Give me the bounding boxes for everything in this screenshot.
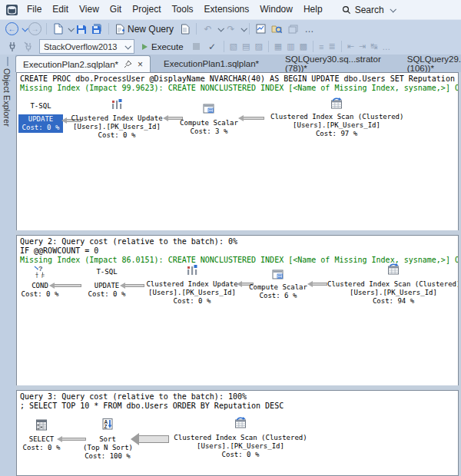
search-icon — [342, 5, 351, 15]
results-to-text-icon[interactable]: ≡ — [317, 42, 326, 51]
tab-executionplan1[interactable]: ExecutionPlan1.sqlplan* — [151, 55, 272, 72]
sql-editor-toolbar: StackOverflow2013 Execute ✓ ▧ ▤ ▨ ▦ ▥ ▩ … — [0, 38, 461, 55]
menu-window[interactable]: Window — [254, 0, 298, 19]
toolbar-separator — [196, 23, 197, 35]
find-in-files-button[interactable] — [269, 21, 285, 37]
toolbar-separator — [313, 41, 313, 52]
plan-node-select[interactable]: SELECT Cost: 0 % — [18, 391, 65, 475]
plan-node-compute-scalar[interactable]: Compute Scalar Cost: 6 % — [247, 236, 309, 386]
new-notebook-button[interactable] — [177, 21, 193, 37]
menu-git[interactable]: Git — [104, 0, 127, 19]
menu-help[interactable]: Help — [298, 0, 328, 19]
plan-node-clustered-index-scan[interactable]: Clustered Index Scan (Clustered) [Users]… — [327, 236, 459, 386]
plan-node-clustered-index-update[interactable]: Clustered Index Update [Users].[PK_Users… — [146, 236, 238, 386]
client-statistics-icon[interactable]: ▩ — [297, 41, 310, 51]
navigate-forward-button[interactable]: → — [27, 21, 43, 37]
navigate-back-button[interactable]: ← — [4, 21, 20, 37]
chevron-down-icon — [124, 43, 131, 49]
new-query-label: New Query — [128, 24, 174, 35]
activity-monitor-button[interactable] — [253, 21, 269, 37]
query-toolbar-overflow-button[interactable]: … — [380, 42, 393, 51]
save-all-button[interactable] — [89, 21, 105, 37]
new-query-button[interactable]: New Query — [112, 21, 177, 37]
clustered-index-scan-icon — [386, 262, 401, 276]
redo-button[interactable]: ↷ — [223, 21, 239, 37]
plan-arrow-thick — [138, 435, 169, 443]
toolbar-separator — [46, 23, 47, 35]
connect-button[interactable] — [4, 39, 20, 55]
toolbar-separator — [341, 41, 342, 52]
plan-node-cond[interactable]: ? T F COND Cost: 0 % — [18, 236, 61, 386]
chevron-down-icon[interactable] — [240, 25, 247, 31]
intellisense-icon[interactable]: ▨ — [252, 41, 264, 51]
plan-node-update[interactable]: T-SQL UPDATE Cost: 0 % — [18, 73, 63, 231]
menu-file[interactable]: File — [22, 0, 47, 19]
include-actual-plan-icon[interactable]: ▦ — [272, 41, 284, 51]
plan-arrow — [54, 284, 81, 287]
svg-text:Z: Z — [104, 424, 108, 429]
window-layout-button[interactable] — [285, 21, 301, 37]
stop-button[interactable] — [188, 39, 204, 55]
toolbar-separator — [224, 41, 224, 52]
clustered-index-update-icon — [110, 98, 124, 111]
query-options-icon[interactable]: ▤ — [240, 41, 252, 51]
database-selector[interactable]: StackOverflow2013 — [39, 39, 134, 54]
plan-node-clustered-index-scan[interactable]: Clustered Index Scan (Clustered) [Users]… — [270, 73, 403, 231]
plan-node-clustered-index-update[interactable]: Clustered Index Update [Users].[PK_Users… — [71, 73, 163, 231]
notebook-icon — [181, 24, 190, 35]
menu-extensions[interactable]: Extensions — [199, 0, 255, 19]
disconnect-button[interactable] — [20, 39, 36, 55]
svg-text:?: ? — [38, 265, 43, 273]
svg-text:F: F — [41, 273, 45, 279]
document-tab-bar: ExecutionPlan2.sqlplan* × ExecutionPlan1… — [15, 55, 461, 72]
comment-icon[interactable]: ⇤ — [345, 41, 357, 51]
folder-search-icon — [271, 24, 283, 34]
clustered-index-scan-icon — [330, 96, 344, 111]
menu-project[interactable]: Project — [127, 0, 166, 19]
undo-button[interactable]: ↶ — [200, 21, 216, 37]
search-button[interactable]: Search — [342, 5, 395, 15]
toolbar-separator — [268, 41, 269, 52]
pin-icon[interactable] — [124, 60, 132, 68]
display-estimated-plan-icon[interactable]: ▧ — [227, 41, 240, 51]
database-selector-value: StackOverflow2013 — [44, 42, 117, 51]
execute-label: Execute — [151, 42, 184, 51]
query2-plan-pane: Query 2: Query cost (relative to the bat… — [16, 235, 459, 387]
standard-toolbar: ← → — [0, 19, 461, 38]
node-type-label: T-SQL — [18, 102, 63, 111]
clustered-index-scan-icon — [234, 415, 248, 430]
query1-plan-pane: CREATE PROC dbo.ProcessUser @DisplayName… — [16, 72, 459, 232]
tab-executionplan2[interactable]: ExecutionPlan2.sqlplan* × — [15, 55, 151, 72]
plan-node-compute-scalar[interactable]: Compute Scalar Cost: 3 % — [178, 73, 240, 231]
menu-bar: File Edit View Git Project Tools Extensi… — [0, 0, 461, 19]
plan-node-sort[interactable]: A Z Sort (Top N Sort) Cost: 100 % — [83, 391, 132, 475]
plan-node-clustered-index-scan[interactable]: Clustered Index Scan (Clustered) [Users]… — [174, 391, 307, 475]
menu-edit[interactable]: Edit — [47, 0, 74, 19]
selected-node-box[interactable]: UPDATE Cost: 0 % — [18, 114, 63, 133]
menu-tools[interactable]: Tools — [167, 0, 199, 19]
results-to-grid-icon[interactable]: ≣ — [326, 41, 337, 51]
live-query-statistics-icon[interactable]: ▥ — [284, 41, 297, 51]
execute-button[interactable]: Execute — [138, 42, 188, 51]
save-button[interactable] — [73, 21, 89, 37]
play-icon — [142, 44, 148, 50]
parse-button[interactable]: ✓ — [204, 39, 221, 55]
tab-sqlquery29[interactable]: SQLQuery29.s...trator (106))* — [394, 55, 461, 72]
clustered-index-update-icon — [185, 263, 199, 277]
object-explorer-tab[interactable]: Object Explorer — [2, 68, 12, 127]
compute-scalar-icon — [271, 268, 285, 282]
indent-icon[interactable]: ↹ — [368, 41, 380, 51]
save-icon — [76, 24, 87, 35]
uncomment-icon[interactable]: ⇥ — [357, 41, 368, 51]
side-strip-grip — [7, 57, 8, 66]
ssms-logo-icon — [5, 4, 18, 16]
svg-text:T: T — [35, 273, 38, 279]
close-icon[interactable]: × — [138, 60, 143, 69]
save-all-icon — [91, 23, 103, 35]
menu-view[interactable]: View — [74, 0, 104, 19]
toolbar-overflow-button[interactable]: … — [301, 21, 317, 37]
new-file-button[interactable] — [50, 21, 66, 37]
plan-node-update[interactable]: T-SQL UPDATE Cost: 0 % — [85, 236, 129, 386]
chevron-down-icon — [390, 6, 396, 12]
tab-sqlquery30[interactable]: SQLQuery30.sq...strator (78))* — [272, 55, 394, 72]
